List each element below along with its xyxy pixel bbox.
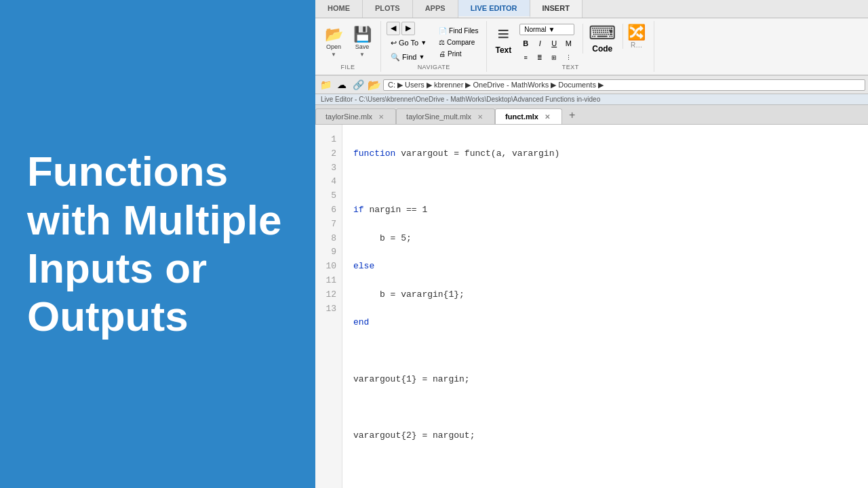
code-col: ⌨ Code <box>583 24 616 54</box>
go-to-button[interactable]: ↩ Go To ▼ <box>387 37 431 49</box>
file-group: 📂 Open ▼ 💾 Save ▼ FILE <box>315 21 381 72</box>
go-to-label: Go To <box>399 39 418 47</box>
list-btn-4[interactable]: ⋮ <box>562 52 574 64</box>
code-line-7: end <box>353 316 857 330</box>
style-label: Normal <box>524 26 546 33</box>
navigate-group-label: NAVIGATE <box>418 64 450 72</box>
arrow-pair: ◀ ▶ <box>387 22 431 35</box>
code-icon: ⌨ <box>589 24 616 43</box>
path-bar[interactable]: C: ▶ Users ▶ kbrenner ▶ OneDrive - MathW… <box>383 79 865 91</box>
toolbar-btn-1[interactable]: 📁 <box>318 77 333 92</box>
list-btn-3[interactable]: ⊞ <box>548 52 560 64</box>
print-button[interactable]: 🖨 Print <box>436 49 481 59</box>
save-button[interactable]: 💾 Save ▼ <box>349 25 375 60</box>
tab-live-editor[interactable]: LIVE EDITOR <box>458 0 530 18</box>
tab-taylor-sine-mult[interactable]: taylorSine_mult.mlx ✕ <box>396 108 495 124</box>
go-to-icon: ↩ <box>391 39 397 47</box>
text-format-col: Normal ▼ B I U M ≡ ≣ ⊞ <box>519 24 574 64</box>
ribbon: HOME PLOTS APPS LIVE EDITOR INSERT 📂 Ope… <box>315 0 868 76</box>
toolbar-btn-3[interactable]: 🔗 <box>351 77 366 92</box>
line-num-10: 10 <box>321 260 336 274</box>
toolbar-folder-icon[interactable]: 📂 <box>367 77 382 92</box>
bold-button[interactable]: B <box>519 37 532 49</box>
code-line-3: if nargin == 1 <box>353 203 857 218</box>
tab-taylor-sine-mult-label: taylorSine_mult.mlx <box>406 113 471 121</box>
line-num-11: 11 <box>321 274 336 288</box>
line-num-12: 12 <box>321 288 336 302</box>
style-arrow: ▼ <box>548 26 555 33</box>
extra-icon: 🔀 <box>627 24 646 41</box>
code-editor[interactable]: function varargout = funct(a, varargin) … <box>342 125 868 488</box>
print-label: Print <box>448 50 462 58</box>
text-icon: ≡ <box>498 24 510 44</box>
nav-back-button[interactable]: ◀ <box>387 22 400 35</box>
new-tab-button[interactable]: + <box>562 106 582 124</box>
extra-col: 🔀 R… <box>623 24 646 49</box>
code-line-12 <box>353 457 857 471</box>
line-num-6: 6 <box>321 203 336 218</box>
close-taylor-sine[interactable]: ✕ <box>376 112 386 121</box>
strikethrough-button[interactable]: M <box>562 37 574 49</box>
toolbar-btn-2[interactable]: ☁ <box>334 77 349 92</box>
text-group: ≡ Text Normal ▼ B I U M <box>487 21 654 72</box>
nav-forward-button[interactable]: ▶ <box>401 22 415 35</box>
style-dropdown[interactable]: Normal ▼ <box>519 24 574 35</box>
tab-taylor-sine[interactable]: taylorSine.mlx ✕ <box>315 108 396 124</box>
line-num-1: 1 <box>321 133 336 147</box>
print-icon: 🖨 <box>439 50 446 58</box>
find-files-button[interactable]: 📄 Find Files <box>436 26 481 36</box>
file-buttons: 📂 Open ▼ 💾 Save ▼ <box>321 21 375 64</box>
underline-button[interactable]: U <box>548 37 560 49</box>
text-label-big: Text <box>495 45 511 55</box>
tab-funct-label: funct.mlx <box>505 113 538 121</box>
save-arrow: ▼ <box>359 52 365 58</box>
doc-tabs: taylorSine.mlx ✕ taylorSine_mult.mlx ✕ f… <box>315 105 868 125</box>
tab-insert[interactable]: INSERT <box>530 0 583 18</box>
find-arrow: ▼ <box>418 54 425 60</box>
line-num-5: 5 <box>321 189 336 203</box>
format-row: B I U M <box>519 37 574 49</box>
italic-button[interactable]: I <box>534 37 546 49</box>
tab-home[interactable]: HOME <box>315 0 363 18</box>
line-numbers: 1 2 3 4 5 6 7 8 9 10 11 12 13 <box>315 125 342 488</box>
close-funct[interactable]: ✕ <box>542 112 552 121</box>
code-line-9: varargout{1} = nargin; <box>353 373 857 387</box>
status-text: Live Editor - C:\Users\kbrenner\OneDrive… <box>321 96 600 103</box>
line-num-13: 13 <box>321 302 336 317</box>
compare-icon: ⚖ <box>439 39 445 46</box>
tab-plots[interactable]: PLOTS <box>363 0 413 18</box>
tab-funct[interactable]: funct.mlx ✕ <box>495 108 562 124</box>
save-icon: 💾 <box>353 27 372 42</box>
list-btn-1[interactable]: ≡ <box>519 52 532 64</box>
save-label: Save <box>355 43 370 50</box>
code-line-4: b = 5; <box>353 232 857 246</box>
code-line-11: varargout{2} = nargout; <box>353 429 857 443</box>
find-files-label: Find Files <box>449 27 478 35</box>
slide-title: Functions with Multiple Inputs or Output… <box>27 147 288 340</box>
line-num-8: 8 <box>321 232 336 246</box>
open-label: Open <box>326 43 341 50</box>
find-files-icon: 📄 <box>439 27 447 35</box>
toolbar-row: 📁 ☁ 🔗 📂 C: ▶ Users ▶ kbrenner ▶ OneDrive… <box>315 76 868 94</box>
go-to-arrow: ▼ <box>420 39 427 46</box>
file-group-label: FILE <box>340 64 355 72</box>
line-num-4: 4 <box>321 175 336 189</box>
open-arrow: ▼ <box>331 52 336 58</box>
open-icon: 📂 <box>325 27 343 42</box>
list-row: ≡ ≣ ⊞ ⋮ <box>519 52 574 64</box>
right-panel: HOME PLOTS APPS LIVE EDITOR INSERT 📂 Ope… <box>315 0 868 488</box>
code-line-8 <box>353 344 857 359</box>
line-num-9: 9 <box>321 245 336 260</box>
ribbon-content: 📂 Open ▼ 💾 Save ▼ FILE <box>315 18 868 75</box>
navigate-left: ◀ ▶ ↩ Go To ▼ 🔍 Find ▼ <box>387 22 431 64</box>
tab-apps[interactable]: APPS <box>413 0 458 18</box>
find-button[interactable]: 🔍 Find ▼ <box>387 51 431 64</box>
close-taylor-sine-mult[interactable]: ✕ <box>475 112 485 121</box>
code-label: Code <box>592 44 612 54</box>
navigate-right: 📄 Find Files ⚖ Compare 🖨 Print <box>436 26 481 59</box>
list-btn-2[interactable]: ≣ <box>534 52 546 64</box>
left-panel: Functions with Multiple Inputs or Output… <box>0 0 315 488</box>
open-button[interactable]: 📂 Open ▼ <box>321 25 347 60</box>
compare-button[interactable]: ⚖ Compare <box>436 37 481 47</box>
find-label: Find <box>402 53 416 61</box>
